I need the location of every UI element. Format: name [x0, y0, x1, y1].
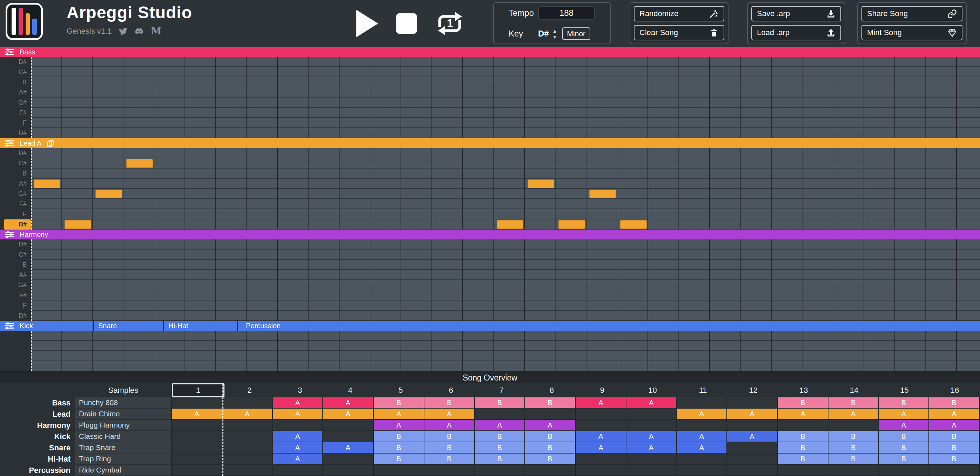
sample-name[interactable]: Drain Chime: [75, 409, 172, 420]
overview-cell[interactable]: B: [778, 431, 829, 442]
overview-cell[interactable]: B: [525, 398, 576, 409]
overview-cell[interactable]: A: [374, 409, 425, 420]
drum-lane-header-kick[interactable]: Kick: [0, 321, 92, 331]
track-settings-icon[interactable]: [4, 231, 15, 238]
overview-cell[interactable]: [627, 454, 677, 465]
overview-cell[interactable]: B: [425, 454, 475, 465]
overview-cell[interactable]: B: [929, 442, 980, 454]
overview-cell[interactable]: A: [627, 398, 677, 409]
note-block[interactable]: [65, 220, 91, 229]
overview-cell[interactable]: A: [677, 409, 727, 420]
note-block[interactable]: [497, 220, 523, 229]
overview-cell[interactable]: B: [929, 431, 980, 442]
overview-cell[interactable]: [627, 420, 677, 431]
overview-cell[interactable]: B: [475, 454, 525, 465]
overview-cell[interactable]: B: [879, 442, 929, 454]
overview-cell[interactable]: [879, 465, 929, 476]
overview-cell[interactable]: [172, 420, 223, 431]
overview-cell[interactable]: [323, 420, 374, 431]
drum-lane-header-hihat[interactable]: Hi-Hat: [164, 321, 237, 331]
overview-cell[interactable]: B: [778, 454, 829, 465]
overview-cell[interactable]: [778, 420, 829, 431]
drum-grid[interactable]: [31, 331, 980, 371]
medium-icon[interactable]: M: [151, 26, 161, 36]
track-header-bass[interactable]: Bass: [0, 47, 980, 57]
overview-col-header-7[interactable]: 7: [476, 383, 527, 398]
overview-cell[interactable]: B: [525, 431, 576, 442]
piano-roll-grid-bass[interactable]: [31, 57, 980, 138]
overview-cell[interactable]: A: [273, 409, 323, 420]
overview-cell[interactable]: A: [323, 398, 374, 409]
overview-cell[interactable]: [576, 409, 627, 420]
overview-cell[interactable]: [273, 420, 323, 431]
note-block[interactable]: [589, 190, 616, 198]
overview-cell[interactable]: B: [525, 442, 576, 454]
overview-cell[interactable]: B: [778, 398, 829, 409]
overview-cell[interactable]: A: [727, 431, 778, 442]
overview-cell[interactable]: A: [525, 420, 576, 431]
overview-cell[interactable]: A: [323, 442, 374, 454]
drum-lane-header-snare[interactable]: Snare: [94, 321, 163, 331]
overview-cell[interactable]: A: [425, 420, 475, 431]
overview-cell[interactable]: A: [273, 431, 323, 442]
overview-cell[interactable]: B: [778, 442, 829, 454]
overview-cell[interactable]: B: [929, 398, 980, 409]
overview-cell[interactable]: B: [829, 442, 879, 454]
overview-col-header-8[interactable]: 8: [527, 383, 577, 398]
save-arp-button[interactable]: Save .arp: [751, 6, 841, 21]
overview-cell[interactable]: [172, 442, 223, 454]
overview-cell[interactable]: [778, 465, 829, 476]
overview-cell[interactable]: B: [475, 398, 525, 409]
overview-col-header-14[interactable]: 14: [829, 383, 879, 398]
overview-cell[interactable]: B: [425, 442, 475, 454]
overview-cell[interactable]: B: [929, 454, 980, 465]
overview-cell[interactable]: [172, 431, 223, 442]
overview-cell[interactable]: B: [525, 454, 576, 465]
key-up-button[interactable]: [552, 29, 557, 34]
overview-cell[interactable]: B: [425, 398, 475, 409]
share-song-button[interactable]: Share Song: [861, 6, 963, 21]
mint-song-button[interactable]: Mint Song: [861, 25, 963, 40]
overview-cell[interactable]: A: [576, 431, 627, 442]
overview-cell[interactable]: A: [929, 420, 980, 431]
overview-col-header-16[interactable]: 16: [929, 383, 980, 398]
piano-roll-grid-harmony[interactable]: [31, 240, 980, 321]
note-block[interactable]: [95, 190, 122, 198]
overview-cell[interactable]: B: [829, 431, 879, 442]
overview-cell[interactable]: [223, 442, 273, 454]
overview-cell[interactable]: A: [374, 420, 425, 431]
stop-button[interactable]: [396, 13, 417, 34]
overview-cell[interactable]: A: [475, 420, 525, 431]
overview-cell[interactable]: [677, 454, 727, 465]
play-button[interactable]: [356, 10, 378, 37]
duplicate-pattern-icon[interactable]: [46, 139, 54, 147]
overview-cell[interactable]: [727, 442, 778, 454]
overview-cell[interactable]: [223, 420, 273, 431]
track-settings-icon[interactable]: [4, 139, 15, 147]
overview-cell[interactable]: [425, 465, 475, 476]
sample-name[interactable]: Plugg Harmony: [75, 420, 172, 431]
overview-cell[interactable]: [172, 454, 223, 465]
overview-cell[interactable]: A: [727, 409, 778, 420]
overview-cell[interactable]: A: [829, 409, 879, 420]
overview-col-header-5[interactable]: 5: [375, 383, 426, 398]
overview-col-header-15[interactable]: 15: [879, 383, 930, 398]
overview-cell[interactable]: B: [829, 398, 879, 409]
overview-cell[interactable]: [727, 465, 778, 476]
note-block[interactable]: [528, 179, 554, 188]
overview-cell[interactable]: A: [576, 442, 627, 454]
app-logo[interactable]: [6, 3, 43, 40]
overview-cell[interactable]: [172, 398, 223, 409]
track-header-lead[interactable]: Lead A: [0, 138, 980, 148]
track-header-harmony[interactable]: Harmony: [0, 230, 980, 240]
overview-cell[interactable]: A: [778, 409, 829, 420]
overview-cell[interactable]: [727, 454, 778, 465]
piano-roll-grid-lead[interactable]: [31, 148, 980, 230]
clear-song-button[interactable]: Clear Song: [634, 25, 724, 40]
overview-col-header-2[interactable]: 2: [224, 383, 275, 398]
overview-cell[interactable]: [273, 465, 323, 476]
overview-col-header-10[interactable]: 10: [627, 383, 678, 398]
overview-col-header-12[interactable]: 12: [728, 383, 779, 398]
overview-cell[interactable]: A: [273, 454, 323, 465]
overview-cell[interactable]: A: [425, 409, 475, 420]
